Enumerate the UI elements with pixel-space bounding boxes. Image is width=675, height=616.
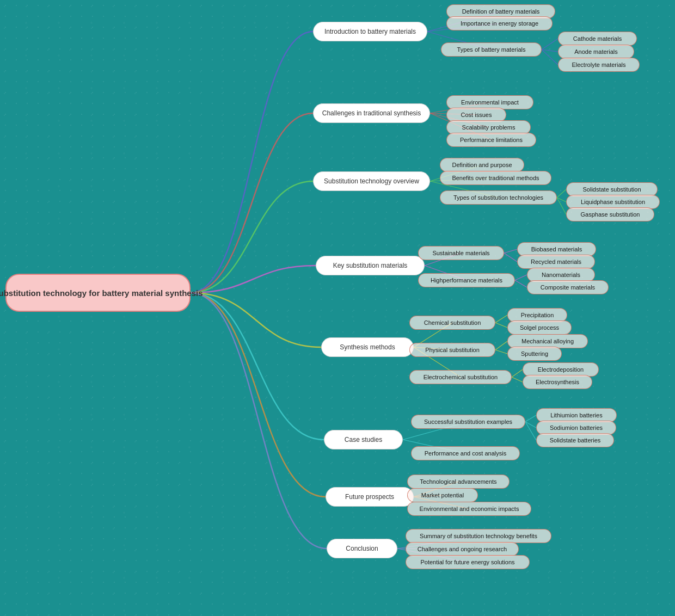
svg-line-4 [542, 50, 558, 52]
svg-line-32 [525, 415, 536, 422]
svg-line-26 [495, 341, 507, 350]
svg-line-18 [504, 253, 517, 262]
node-electrosynth: Electrosynthesis [523, 375, 592, 389]
node-success: Successful substitution examples [411, 415, 525, 429]
node-synth: Synthesis methods [321, 337, 414, 357]
node-cathode: Cathode materials [558, 32, 637, 46]
node-summ: Summary of substitution technology benef… [406, 529, 551, 543]
node-typesub: Types of substitution technologies [440, 190, 557, 205]
node-market: Market potential [407, 488, 478, 502]
node-imp: Importance in energy storage [446, 16, 553, 30]
node-sust: Sustainable materials [418, 246, 504, 260]
node-recycled: Recycled materials [517, 255, 595, 269]
svg-line-17 [504, 249, 517, 253]
node-perf: Performance limitations [446, 133, 536, 147]
svg-line-14 [557, 198, 566, 202]
svg-line-13 [557, 189, 566, 198]
svg-line-34 [525, 422, 536, 440]
node-intro: Introduction to battery materials [313, 22, 427, 41]
node-physub: Physical substitution [409, 343, 495, 357]
node-perfcost: Performance and cost analysis [411, 446, 520, 460]
node-types: Types of battery materials [441, 42, 542, 57]
node-electrolyte: Electrolyte materials [558, 58, 640, 72]
node-ongoing: Challenges and ongoing research [406, 542, 519, 556]
node-chemsub: Chemical substitution [409, 316, 495, 330]
node-sput: Sputtering [507, 347, 562, 361]
node-challenges: Challenges in traditional synthesis [313, 103, 430, 123]
node-defpur: Definition and purpose [440, 158, 524, 172]
root-node: Substitution technology for battery mate… [5, 274, 191, 312]
node-solgel: Solgel process [507, 321, 572, 335]
node-future: Future prospects [326, 487, 414, 507]
svg-line-33 [525, 422, 536, 428]
svg-line-20 [515, 275, 527, 280]
svg-line-15 [557, 198, 566, 214]
svg-line-3 [542, 39, 558, 50]
node-conclusion: Conclusion [327, 539, 397, 558]
svg-line-5 [542, 50, 558, 65]
svg-line-23 [495, 315, 507, 323]
node-cases: Case studies [324, 430, 403, 449]
svg-line-27 [495, 350, 507, 354]
node-composite: Composite materials [527, 280, 609, 294]
node-highperf: Highperformance materials [418, 273, 515, 287]
svg-line-21 [515, 280, 527, 287]
node-gas: Gasphase substitution [566, 207, 654, 221]
node-electsub: Electrochemical substitution [409, 370, 512, 384]
svg-line-30 [512, 377, 523, 382]
node-envecon: Environmental and economic impacts [407, 502, 531, 516]
svg-line-29 [512, 369, 523, 377]
node-anode: Anode materials [558, 45, 634, 59]
node-techadv: Technological advancements [407, 475, 510, 489]
node-potential: Potential for future energy solutions [406, 555, 530, 569]
svg-line-24 [495, 323, 507, 328]
node-keymats: Key substitution materials [316, 256, 425, 275]
node-solidbat: Solidstate batteries [536, 433, 614, 447]
node-subtech: Substitution technology overview [313, 171, 430, 191]
node-benef: Benefits over traditional methods [440, 171, 551, 185]
